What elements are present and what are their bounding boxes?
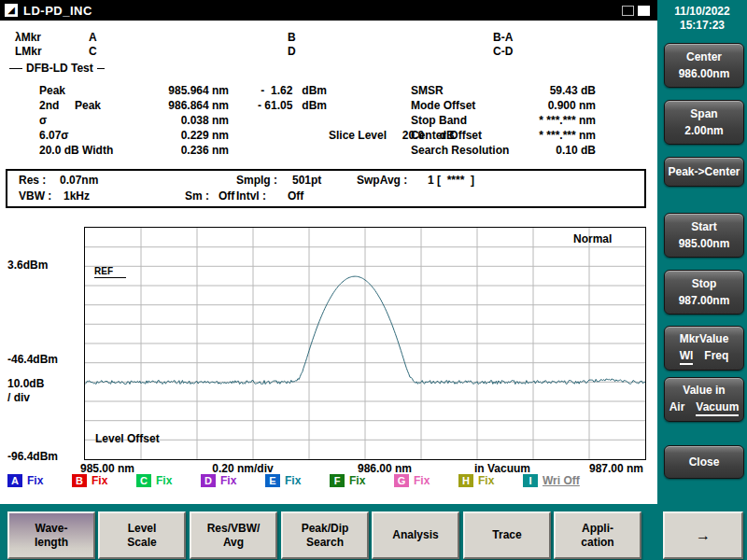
value-in-title: Value in — [665, 384, 743, 397]
trace-b[interactable]: B Fix — [72, 474, 136, 487]
marker-d-label: D — [288, 45, 296, 58]
second-peak-level-value: - 61.05 dBm — [233, 99, 327, 112]
app-logo-icon: ◢ — [5, 4, 18, 17]
menu-trace-button[interactable]: Trace — [463, 511, 551, 559]
peak-to-center-title: Peak->Center — [665, 165, 743, 178]
menu-label: Level — [100, 522, 184, 536]
menu-application-button[interactable]: Appli- cation — [554, 511, 641, 559]
marker-cd-label: C-D — [493, 45, 513, 58]
peak-level-value: - 1.62 dBm — [233, 84, 327, 97]
menu-label: Scale — [100, 536, 184, 550]
value-in-vacuum-option[interactable]: Vacuum — [696, 400, 739, 416]
time-text: 15:17:23 — [659, 19, 745, 33]
marker-value-wl-option[interactable]: Wl — [680, 349, 694, 365]
menu-level-scale-button[interactable]: Level Scale — [98, 511, 186, 559]
vbw-label: VBW : — [19, 189, 51, 203]
center-button-title: Center — [665, 50, 743, 63]
x-axis-medium-label: in Vacuum — [460, 462, 544, 475]
trace-f[interactable]: F Fix — [330, 474, 394, 487]
close-button[interactable]: Close — [664, 445, 744, 479]
intvl-value: Off — [288, 189, 303, 203]
sigma-value: 0.038 nm — [112, 114, 229, 127]
menu-label: cation — [556, 536, 640, 550]
stop-button-title: Stop — [665, 277, 743, 290]
menu-res-vbw-avg-button[interactable]: Res/VBW/ Avg — [190, 511, 277, 559]
stop-wavelength-button[interactable]: Stop 987.00nm — [664, 270, 744, 315]
sm-value: Off — [218, 189, 234, 203]
trace-h[interactable]: H Fix — [458, 474, 523, 487]
display-mode-label: Normal — [573, 232, 612, 245]
trace-f-badge: F — [330, 474, 345, 487]
trace-c-badge: C — [136, 474, 151, 487]
right-arrow-icon: → — [665, 528, 741, 542]
trace-d[interactable]: D Fix — [201, 474, 265, 487]
analysis-row-20db-width: 20.0 dB Width 0.236 nm Search Resolution… — [0, 144, 657, 159]
marker-ba-label: B-A — [493, 31, 513, 44]
second-peak-wavelength-value: 986.864 nm — [112, 99, 229, 112]
center-button-value: 986.00nm — [665, 67, 743, 80]
menu-more-arrow-button[interactable]: → — [663, 511, 743, 559]
span-button[interactable]: Span 2.00nm — [664, 100, 744, 145]
menu-peak-dip-search-button[interactable]: Peak/Dip Search — [281, 511, 369, 559]
second-peak-label: 2nd Peak — [39, 99, 101, 112]
marker-value-options: Wl Freq — [665, 349, 743, 365]
ref-level-marker: REF — [94, 266, 126, 278]
peak-wavelength-value: 985.964 nm — [112, 84, 229, 97]
menu-label: Res/VBW/ — [191, 522, 275, 536]
intvl-label: Intvl : — [236, 189, 266, 203]
menu-label: Peak/Dip — [283, 522, 367, 536]
window-controls — [622, 6, 650, 16]
marker-b-label: B — [288, 31, 296, 44]
marker-header-row1: λMkr A B B-A — [0, 31, 654, 45]
start-button-value: 985.00nm — [665, 237, 743, 250]
trace-i[interactable]: I Wri Off — [523, 474, 580, 487]
menu-analysis-button[interactable]: Analysis — [372, 511, 459, 559]
marker-value-freq-option[interactable]: Freq — [704, 349, 728, 365]
swpavg-label: SwpAvg : — [357, 174, 407, 187]
trace-f-mode: Fix — [349, 474, 365, 487]
x-axis-div-label: 0.20 nm/div — [198, 462, 288, 475]
mode-offset-label: Mode Offset — [411, 99, 475, 112]
divider — [9, 68, 22, 69]
start-wavelength-button[interactable]: Start 985.00nm — [664, 213, 744, 258]
analysis-row-peak: Peak 985.964 nm - 1.62 dBm SMSR 59.43 dB — [0, 84, 657, 99]
trace-a[interactable]: A Fix — [7, 474, 72, 487]
spectrum-plot — [84, 227, 646, 460]
marker-value-title: MkrValue — [665, 332, 743, 345]
titlebar: ◢ LD-PD_INC — [0, 0, 657, 21]
trace-c-mode: Fix — [156, 474, 172, 487]
x-axis-center-label: 986.00 nm — [343, 462, 427, 475]
center-wavelength-button[interactable]: Center 986.00nm — [664, 43, 744, 88]
peak-label: Peak — [39, 84, 65, 97]
y-axis-mid-level-label: -46.4dBm — [7, 353, 58, 366]
peak-to-center-button[interactable]: Peak->Center — [664, 157, 744, 187]
sigma-label: σ — [39, 114, 47, 127]
value-in-button[interactable]: Value in Air Vacuum — [664, 377, 744, 422]
trace-b-mode: Fix — [92, 474, 107, 487]
menu-label: length — [9, 536, 93, 550]
x-axis-stop-label: 987.00 nm — [574, 462, 658, 475]
res-label: Res : — [19, 174, 46, 187]
marker-value-button[interactable]: MkrValue Wl Freq — [664, 326, 744, 371]
trace-i-badge: I — [523, 474, 538, 487]
window-maximize-icon[interactable] — [638, 6, 650, 16]
trace-h-mode: Fix — [478, 474, 494, 487]
value-in-air-option[interactable]: Air — [669, 400, 685, 416]
value-in-options: Air Vacuum — [665, 400, 743, 416]
window-minimize-icon[interactable] — [622, 6, 634, 16]
sm-label: Sm : — [185, 189, 209, 203]
trace-e[interactable]: E Fix — [265, 474, 330, 487]
trace-a-mode: Fix — [27, 474, 43, 487]
trace-i-mode: Wri Off — [543, 474, 580, 487]
trace-g[interactable]: G Fix — [394, 474, 458, 487]
trace-c[interactable]: C Fix — [136, 474, 201, 487]
level-marker-label: LMkr — [15, 45, 42, 58]
stop-button-value: 987.00nm — [665, 294, 743, 307]
y-axis-ref-level-label: 3.6dBm — [7, 259, 48, 272]
smsr-label: SMSR — [411, 84, 444, 97]
menu-wavelength-button[interactable]: Wave- length — [7, 511, 95, 559]
menu-label: Avg — [191, 536, 275, 550]
smplg-label: Smplg : — [236, 174, 277, 187]
six-sigma-label: 6.07σ — [39, 129, 69, 142]
trace-g-mode: Fix — [414, 474, 430, 487]
